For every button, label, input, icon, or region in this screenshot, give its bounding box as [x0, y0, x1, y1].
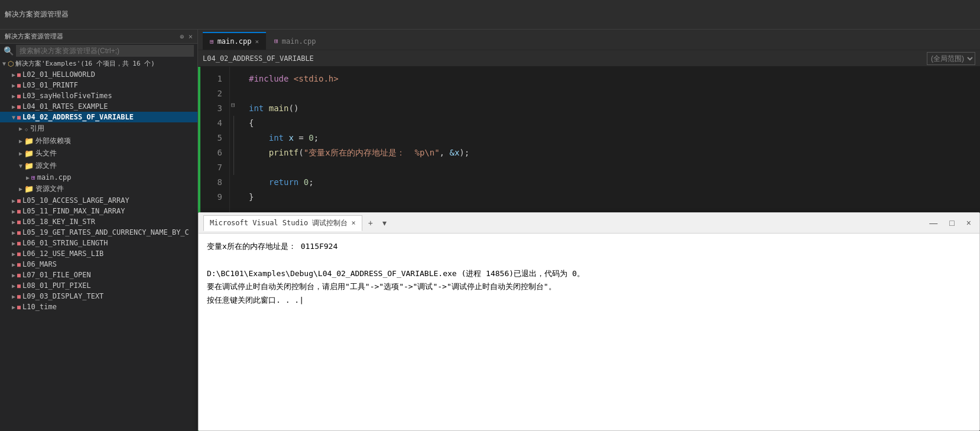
sidebar-item-L05_10[interactable]: ▶ ■ L05_10_ACCESS_LARGE_ARRAY — [0, 195, 197, 206]
root-label: 解决方案'Examples'(16 个项目，共 16 个) — [15, 59, 155, 68]
terminal-line-3: D:\BC101\Examples\Debug\L04_02_ADDRESS_O… — [207, 268, 971, 280]
sidebar-item-L10_time[interactable]: ▶ ■ L10_time — [0, 302, 197, 312]
terminal-controls: — □ × — [926, 217, 975, 229]
project-icon-active: ■ — [17, 114, 21, 121]
project-icon: ■ — [17, 219, 21, 225]
ref-icon: ⬦ — [24, 125, 28, 133]
content-area: ⊞ main.cpp × ⊞ main.cpp L04_02_ADDRESS_O… — [198, 30, 980, 431]
tab-label-inactive: main.cpp — [282, 37, 316, 46]
code-line-1: #include <stdio.h> — [249, 72, 971, 86]
fold-line — [233, 116, 235, 175]
terminal-tab-label: Microsoft Visual Studio 调试控制台 — [210, 218, 348, 228]
code-line-3: int main() — [249, 101, 971, 116]
code-line-9: } — [249, 190, 971, 205]
sidebar-title-bar: 解决方案资源管理器 ⊕ × — [0, 30, 197, 44]
tab-icon-active: ⊞ — [210, 38, 214, 46]
main-area: 解决方案资源管理器 ⊕ × 🔍 ▼ ⬡ 解决方案'Examples'(16 个项… — [0, 30, 980, 431]
sidebar-item-L07_01[interactable]: ▶ ■ L07_01_FILE_OPEN — [0, 270, 197, 280]
folder-icon: 📁 — [24, 137, 34, 145]
solution-icon: ⬡ — [8, 60, 14, 68]
folder-icon: 📁 — [24, 184, 34, 193]
top-toolbar: 解决方案资源管理器 — [0, 0, 980, 30]
search-input[interactable] — [16, 45, 194, 57]
project-icon: ■ — [17, 197, 21, 204]
sidebar-item-L05_19[interactable]: ▶ ■ L05_19_GET_RATES_AND_CURRENCY_NAME_B… — [0, 227, 197, 238]
terminal-tab-close[interactable]: × — [351, 219, 355, 227]
project-icon: ■ — [17, 72, 21, 78]
project-icon: ■ — [17, 304, 21, 310]
sidebar-item-L05_18[interactable]: ▶ ■ L05_18_KEY_IN_STR — [0, 216, 197, 227]
sidebar-item-L02_01_HELLOWORLD[interactable]: ▶ ■ L02_01_HELLOWORLD — [0, 69, 197, 80]
tab-main-cpp-active[interactable]: ⊞ main.cpp × — [203, 32, 266, 50]
project-icon: ■ — [17, 103, 21, 110]
scope-select[interactable]: (全局范围) — [927, 52, 975, 65]
terminal-line-2 — [207, 254, 971, 267]
code-line-6: printf("变量x所在的内存地址是： %p\n", &x); — [249, 145, 971, 160]
cpp-icon: ⊞ — [31, 174, 35, 182]
sidebar-item-L06_01[interactable]: ▶ ■ L06_01_STRING_LENGTH — [0, 238, 197, 248]
sidebar-item-L03_01_PRINTF[interactable]: ▶ ■ L03_01_PRINTF — [0, 80, 197, 90]
project-icon: ■ — [17, 272, 21, 278]
code-line-7 — [249, 160, 971, 175]
project-icon: ■ — [17, 240, 21, 247]
sidebar-pin-icon[interactable]: ⊕ × — [180, 33, 193, 41]
sidebar-item-source[interactable]: ▼ 📁 源文件 — [0, 160, 197, 172]
folder-icon: 📁 — [24, 161, 34, 170]
tab-label-active: main.cpp — [218, 37, 252, 46]
terminal-line-5: 按任意键关闭此窗口. . .| — [207, 294, 971, 307]
path-label: L04_02_ADDRESS_OF_VARIABLE — [203, 54, 922, 63]
sidebar-tree: ▼ ⬡ 解决方案'Examples'(16 个项目，共 16 个) ▶ ■ L0… — [0, 58, 197, 431]
project-icon: ■ — [17, 251, 21, 257]
code-line-4: { — [249, 116, 971, 131]
terminal-content: 变量x所在的内存地址是： 0115F924 D:\BC101\Examples\… — [199, 234, 979, 430]
sidebar-item-L09_03[interactable]: ▶ ■ L09_03_DISPLAY_TEXT — [0, 291, 197, 302]
terminal-tab-debug[interactable]: Microsoft Visual Studio 调试控制台 × — [203, 215, 362, 231]
terminal-tab-bar: Microsoft Visual Studio 调试控制台 × + ▾ — □ … — [199, 213, 979, 234]
code-line-2 — [249, 86, 971, 101]
project-icon: ■ — [17, 261, 21, 268]
tab-icon-inactive: ⊞ — [274, 37, 278, 45]
project-icon: ■ — [17, 93, 21, 99]
project-icon: ■ — [17, 82, 21, 89]
search-icon: 🔍 — [4, 46, 14, 56]
sidebar-search-row: 🔍 — [0, 44, 197, 58]
sidebar-item-external[interactable]: ▶ 📁 外部依赖项 — [0, 135, 197, 147]
folder-icon: 📁 — [24, 149, 34, 158]
root-collapse-arrow: ▼ — [2, 60, 6, 67]
sidebar-item-L04_02_ADDRESS_OF_VARIABLE[interactable]: ▼ ■ L04_02_ADDRESS_OF_VARIABLE — [0, 112, 197, 122]
code-line-8: return 0; — [249, 175, 971, 190]
sidebar-item-L05_11[interactable]: ▶ ■ L05_11_FIND_MAX_IN_ARRAY — [0, 206, 197, 216]
code-line-5: int x = 0; — [249, 131, 971, 145]
sidebar: 解决方案资源管理器 ⊕ × 🔍 ▼ ⬡ 解决方案'Examples'(16 个项… — [0, 30, 198, 431]
tab-main-cpp-inactive[interactable]: ⊞ main.cpp — [267, 32, 323, 50]
fold-marker-3[interactable]: ⊟ — [231, 101, 235, 109]
sidebar-item-main-cpp[interactable]: ▶ ⊞ main.cpp — [0, 172, 197, 183]
sidebar-item-L04_01_RATES_EXAMPLE[interactable]: ▶ ■ L04_01_RATES_EXAMPLE — [0, 101, 197, 112]
terminal-maximize-button[interactable]: □ — [946, 217, 958, 229]
project-icon: ■ — [17, 229, 21, 236]
terminal-add-tab-button[interactable]: + — [365, 217, 377, 229]
sidebar-item-L03_sayHelloFiveTimes[interactable]: ▶ ■ L03_sayHelloFiveTimes — [0, 90, 197, 101]
sidebar-title: 解决方案资源管理器 — [5, 32, 63, 41]
terminal-line-4: 要在调试停止时自动关闭控制台，请启用"工具"->"选项"->"调试"->"调试停… — [207, 281, 971, 293]
project-icon: ■ — [17, 283, 21, 289]
sidebar-item-ref[interactable]: ▶ ⬦ 引用 — [0, 122, 197, 135]
tree-root[interactable]: ▼ ⬡ 解决方案'Examples'(16 个项目，共 16 个) — [0, 58, 197, 69]
app-title: 解决方案资源管理器 — [5, 9, 69, 20]
sidebar-item-L06_12[interactable]: ▶ ■ L06_12_USE_MARS_LIB — [0, 248, 197, 259]
terminal-close-button[interactable]: × — [963, 217, 975, 229]
path-bar: L04_02_ADDRESS_OF_VARIABLE (全局范围) — [198, 50, 980, 67]
project-icon: ■ — [17, 293, 21, 300]
sidebar-item-headers[interactable]: ▶ 📁 头文件 — [0, 147, 197, 160]
tab-bar: ⊞ main.cpp × ⊞ main.cpp — [198, 30, 980, 50]
terminal-dropdown-button[interactable]: ▾ — [379, 217, 390, 229]
sidebar-item-resources[interactable]: ▶ 📁 资源文件 — [0, 183, 197, 195]
project-icon: ■ — [17, 208, 21, 215]
terminal-line-1: 变量x所在的内存地址是： 0115F924 — [207, 241, 971, 253]
sidebar-item-L08_01[interactable]: ▶ ■ L08_01_PUT_PIXEL — [0, 280, 197, 291]
tab-close-active[interactable]: × — [255, 38, 259, 46]
terminal-panel: Microsoft Visual Studio 调试控制台 × + ▾ — □ … — [198, 212, 980, 431]
terminal-minimize-button[interactable]: — — [926, 217, 941, 229]
sidebar-item-L06_MARS[interactable]: ▶ ■ L06_MARS — [0, 259, 197, 270]
